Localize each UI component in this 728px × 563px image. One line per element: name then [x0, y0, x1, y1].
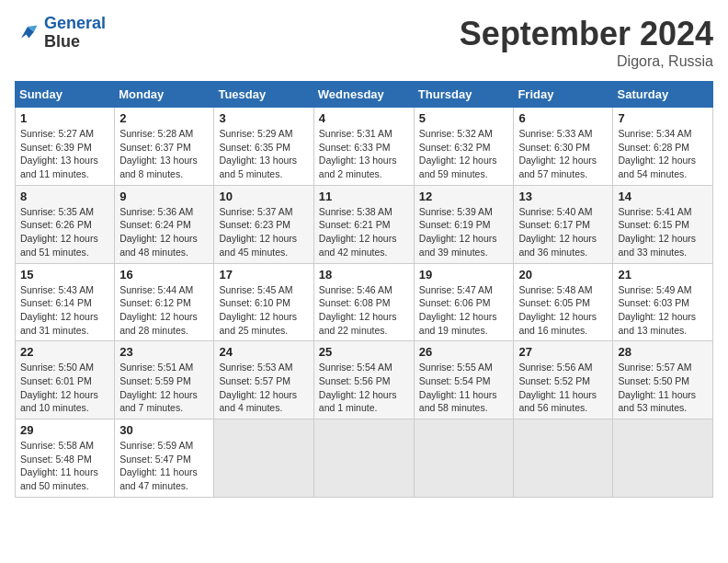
day-info: Sunrise: 5:41 AM Sunset: 6:15 PM Dayligh… [618, 205, 708, 259]
day-info: Sunrise: 5:59 AM Sunset: 5:47 PM Dayligh… [119, 439, 209, 493]
month-title: September 2024 [460, 15, 713, 53]
calendar-cell: 15 Sunrise: 5:43 AM Sunset: 6:14 PM Dayl… [16, 263, 115, 341]
calendar-cell: 11 Sunrise: 5:38 AM Sunset: 6:21 PM Dayl… [313, 185, 414, 263]
calendar-cell: 26 Sunrise: 5:55 AM Sunset: 5:54 PM Dayl… [414, 341, 514, 419]
calendar-cell: 22 Sunrise: 5:50 AM Sunset: 6:01 PM Dayl… [16, 341, 115, 419]
calendar-cell: 29 Sunrise: 5:58 AM Sunset: 5:48 PM Dayl… [16, 419, 115, 498]
calendar-cell: 10 Sunrise: 5:37 AM Sunset: 6:23 PM Dayl… [214, 185, 313, 263]
day-info: Sunrise: 5:32 AM Sunset: 6:32 PM Dayligh… [419, 127, 509, 181]
calendar-cell: 23 Sunrise: 5:51 AM Sunset: 5:59 PM Dayl… [115, 341, 214, 419]
day-info: Sunrise: 5:55 AM Sunset: 5:54 PM Dayligh… [419, 361, 509, 415]
day-info: Sunrise: 5:37 AM Sunset: 6:23 PM Dayligh… [219, 205, 308, 259]
logo-icon [15, 20, 40, 46]
calendar-row: 22 Sunrise: 5:50 AM Sunset: 6:01 PM Dayl… [16, 341, 713, 419]
calendar-row: 15 Sunrise: 5:43 AM Sunset: 6:14 PM Dayl… [16, 263, 713, 341]
day-number: 4 [319, 111, 409, 125]
calendar-cell: 28 Sunrise: 5:57 AM Sunset: 5:50 PM Dayl… [613, 341, 713, 419]
day-info: Sunrise: 5:28 AM Sunset: 6:37 PM Dayligh… [119, 127, 209, 181]
calendar-cell: 4 Sunrise: 5:31 AM Sunset: 6:33 PM Dayli… [313, 108, 414, 186]
calendar-cell: 14 Sunrise: 5:41 AM Sunset: 6:15 PM Dayl… [613, 185, 713, 263]
day-number: 15 [20, 268, 109, 282]
day-number: 2 [119, 111, 209, 125]
calendar-cell: 24 Sunrise: 5:53 AM Sunset: 5:57 PM Dayl… [214, 341, 313, 419]
day-info: Sunrise: 5:33 AM Sunset: 6:30 PM Dayligh… [518, 127, 608, 181]
day-number: 9 [119, 190, 209, 203]
calendar-cell [514, 419, 613, 498]
day-number: 27 [518, 345, 608, 359]
day-info: Sunrise: 5:29 AM Sunset: 6:35 PM Dayligh… [219, 127, 308, 181]
weekday-header: Thursday [414, 82, 514, 108]
title-block: September 2024 Digora, Russia [460, 15, 713, 70]
calendar-cell: 19 Sunrise: 5:47 AM Sunset: 6:06 PM Dayl… [414, 263, 514, 341]
calendar-cell: 21 Sunrise: 5:49 AM Sunset: 6:03 PM Dayl… [613, 263, 713, 341]
day-number: 16 [119, 268, 209, 282]
day-info: Sunrise: 5:57 AM Sunset: 5:50 PM Dayligh… [618, 361, 708, 415]
day-info: Sunrise: 5:46 AM Sunset: 6:08 PM Dayligh… [319, 283, 409, 338]
weekday-header: Friday [514, 82, 613, 108]
calendar-cell: 13 Sunrise: 5:40 AM Sunset: 6:17 PM Dayl… [514, 185, 613, 263]
logo: GeneralBlue [15, 15, 106, 52]
weekday-header-row: SundayMondayTuesdayWednesdayThursdayFrid… [16, 82, 713, 108]
calendar-cell: 5 Sunrise: 5:32 AM Sunset: 6:32 PM Dayli… [414, 108, 514, 186]
calendar-cell: 8 Sunrise: 5:35 AM Sunset: 6:26 PM Dayli… [16, 185, 115, 263]
calendar-cell: 12 Sunrise: 5:39 AM Sunset: 6:19 PM Dayl… [414, 185, 514, 263]
page-header: GeneralBlue September 2024 Digora, Russi… [15, 15, 713, 70]
calendar-cell: 2 Sunrise: 5:28 AM Sunset: 6:37 PM Dayli… [115, 108, 214, 186]
day-number: 20 [518, 268, 608, 282]
day-info: Sunrise: 5:45 AM Sunset: 6:10 PM Dayligh… [219, 283, 308, 338]
calendar-cell [414, 419, 514, 498]
calendar-cell: 6 Sunrise: 5:33 AM Sunset: 6:30 PM Dayli… [514, 108, 613, 186]
calendar-cell [313, 419, 414, 498]
day-info: Sunrise: 5:53 AM Sunset: 5:57 PM Dayligh… [219, 361, 308, 415]
day-info: Sunrise: 5:51 AM Sunset: 5:59 PM Dayligh… [119, 361, 209, 415]
day-number: 3 [219, 111, 308, 125]
day-info: Sunrise: 5:49 AM Sunset: 6:03 PM Dayligh… [618, 283, 708, 338]
calendar-cell: 1 Sunrise: 5:27 AM Sunset: 6:39 PM Dayli… [16, 108, 115, 186]
day-number: 28 [618, 345, 708, 359]
day-number: 5 [419, 111, 509, 125]
day-number: 22 [20, 345, 109, 359]
day-number: 25 [319, 345, 409, 359]
day-number: 7 [618, 111, 708, 125]
day-number: 6 [518, 111, 608, 125]
day-info: Sunrise: 5:31 AM Sunset: 6:33 PM Dayligh… [319, 127, 409, 181]
calendar-cell: 20 Sunrise: 5:48 AM Sunset: 6:05 PM Dayl… [514, 263, 613, 341]
weekday-header: Tuesday [214, 82, 313, 108]
calendar-cell: 18 Sunrise: 5:46 AM Sunset: 6:08 PM Dayl… [313, 263, 414, 341]
weekday-header: Wednesday [313, 82, 414, 108]
day-number: 1 [20, 111, 109, 125]
calendar-cell: 16 Sunrise: 5:44 AM Sunset: 6:12 PM Dayl… [115, 263, 214, 341]
day-info: Sunrise: 5:40 AM Sunset: 6:17 PM Dayligh… [518, 205, 608, 259]
weekday-header: Monday [115, 82, 214, 108]
day-number: 19 [419, 268, 509, 282]
location: Digora, Russia [460, 53, 713, 70]
day-info: Sunrise: 5:35 AM Sunset: 6:26 PM Dayligh… [20, 205, 109, 259]
logo-text: GeneralBlue [44, 15, 106, 52]
weekday-header: Sunday [16, 82, 115, 108]
day-info: Sunrise: 5:34 AM Sunset: 6:28 PM Dayligh… [618, 127, 708, 181]
calendar-cell: 7 Sunrise: 5:34 AM Sunset: 6:28 PM Dayli… [613, 108, 713, 186]
calendar-row: 8 Sunrise: 5:35 AM Sunset: 6:26 PM Dayli… [16, 185, 713, 263]
day-number: 26 [419, 345, 509, 359]
day-number: 30 [119, 423, 209, 437]
day-info: Sunrise: 5:43 AM Sunset: 6:14 PM Dayligh… [20, 283, 109, 338]
day-info: Sunrise: 5:38 AM Sunset: 6:21 PM Dayligh… [319, 205, 409, 259]
day-number: 11 [319, 190, 409, 203]
day-info: Sunrise: 5:47 AM Sunset: 6:06 PM Dayligh… [419, 283, 509, 338]
day-number: 13 [518, 190, 608, 203]
day-info: Sunrise: 5:48 AM Sunset: 6:05 PM Dayligh… [518, 283, 608, 338]
day-info: Sunrise: 5:44 AM Sunset: 6:12 PM Dayligh… [119, 283, 209, 338]
day-number: 21 [618, 268, 708, 282]
day-info: Sunrise: 5:54 AM Sunset: 5:56 PM Dayligh… [319, 361, 409, 415]
calendar-table: SundayMondayTuesdayWednesdayThursdayFrid… [15, 81, 713, 498]
day-info: Sunrise: 5:58 AM Sunset: 5:48 PM Dayligh… [20, 439, 109, 493]
calendar-cell [214, 419, 313, 498]
day-number: 10 [219, 190, 308, 203]
day-number: 17 [219, 268, 308, 282]
calendar-cell: 17 Sunrise: 5:45 AM Sunset: 6:10 PM Dayl… [214, 263, 313, 341]
day-number: 24 [219, 345, 308, 359]
calendar-cell: 9 Sunrise: 5:36 AM Sunset: 6:24 PM Dayli… [115, 185, 214, 263]
day-number: 14 [618, 190, 708, 203]
day-number: 8 [20, 190, 109, 203]
day-number: 23 [119, 345, 209, 359]
